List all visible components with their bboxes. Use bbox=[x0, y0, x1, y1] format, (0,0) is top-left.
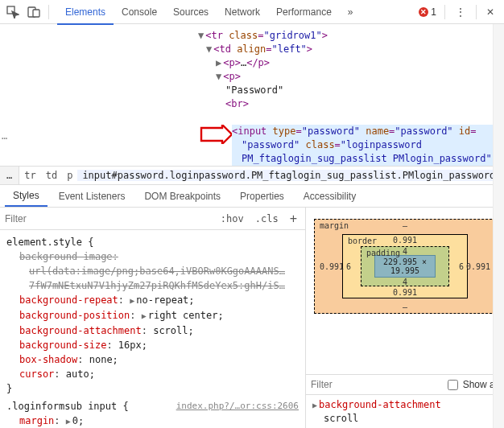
breadcrumb-td[interactable]: td bbox=[41, 170, 62, 181]
source-link[interactable]: index.php?/…or:css:2606 bbox=[176, 399, 299, 414]
dom-tree[interactable]: ▼<tr class="gridrow1"> ▼<td align="left"… bbox=[0, 24, 504, 166]
styles-pane: :hov .cls + element.style { background-i… bbox=[0, 208, 306, 428]
tab-sources[interactable]: Sources bbox=[165, 0, 217, 24]
computed-filter-input[interactable] bbox=[311, 379, 443, 390]
breadcrumb-tr[interactable]: tr bbox=[19, 170, 40, 181]
selector-element-style: element.style { bbox=[6, 235, 299, 249]
subtab-dom-breakpoints[interactable]: DOM Breakpoints bbox=[136, 185, 229, 207]
show-all-checkbox[interactable] bbox=[448, 380, 458, 390]
tab-elements[interactable]: Elements bbox=[57, 0, 114, 24]
lower-panel: :hov .cls + element.style { background-i… bbox=[0, 208, 504, 428]
subtab-properties[interactable]: Properties bbox=[232, 185, 292, 207]
svg-rect-2 bbox=[33, 10, 39, 17]
subtab-accessibility[interactable]: Accessibility bbox=[295, 185, 364, 207]
device-toggle-icon[interactable] bbox=[24, 2, 43, 22]
selector-loginformsub: .loginformsub input {index.php?/…or:css:… bbox=[6, 399, 299, 414]
hov-toggle[interactable]: :hov bbox=[217, 213, 247, 224]
new-style-rule-button[interactable]: + bbox=[287, 212, 300, 226]
error-badge[interactable]: ✕ 1 bbox=[414, 6, 441, 18]
padding-label: padding bbox=[366, 249, 400, 257]
computed-pane: margin – border 0.991 6 6 0.991 padding … bbox=[306, 208, 504, 428]
computed-list[interactable]: ▶background-attachment scroll bbox=[306, 395, 504, 428]
tab-console[interactable]: Console bbox=[114, 0, 165, 24]
breadcrumb-selected[interactable]: input#password.loginpassword.PM_ftaglogi… bbox=[77, 170, 504, 181]
main-tabs: Elements Console Sources Network Perform… bbox=[57, 0, 412, 24]
tab-performance[interactable]: Performance bbox=[268, 0, 340, 24]
breadcrumb-p[interactable]: p bbox=[62, 170, 77, 181]
kebab-menu-icon[interactable]: ⋮ bbox=[448, 6, 473, 19]
dom-breadcrumb: … tr td p input#password.loginpassword.P… bbox=[0, 166, 504, 185]
margin-label: margin bbox=[320, 221, 349, 230]
close-icon[interactable]: ✕ bbox=[480, 6, 501, 18]
box-model[interactable]: margin – border 0.991 6 6 0.991 padding … bbox=[306, 208, 504, 374]
vertical-scrollbar[interactable] bbox=[493, 24, 504, 428]
tab-network[interactable]: Network bbox=[217, 0, 268, 24]
subtab-styles[interactable]: Styles bbox=[5, 185, 48, 207]
selected-dom-node[interactable]: <input type="password" name="password" i… bbox=[232, 125, 493, 166]
sidebar-tabs: Styles Event Listeners DOM Breakpoints P… bbox=[0, 185, 504, 208]
error-icon: ✕ bbox=[419, 7, 428, 17]
inspect-icon[interactable] bbox=[3, 2, 23, 22]
subtab-event-listeners[interactable]: Event Listeners bbox=[51, 185, 134, 207]
content-size: 229.995 × 19.995 bbox=[374, 255, 436, 278]
red-arrow-annotation bbox=[200, 125, 232, 146]
devtools-toolbar: Elements Console Sources Network Perform… bbox=[0, 0, 504, 24]
cls-toggle[interactable]: .cls bbox=[252, 213, 282, 224]
error-count: 1 bbox=[431, 6, 436, 18]
styles-body[interactable]: element.style { background-image: url(da… bbox=[0, 230, 305, 428]
overflow-dots: ⋯ bbox=[2, 133, 8, 144]
border-label: border bbox=[348, 237, 377, 245]
tabs-overflow[interactable]: » bbox=[340, 0, 361, 24]
styles-filter-input[interactable] bbox=[5, 213, 213, 224]
breadcrumb-scroll-left[interactable]: … bbox=[0, 167, 19, 184]
